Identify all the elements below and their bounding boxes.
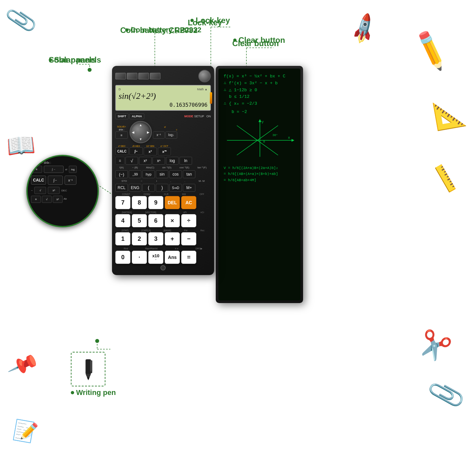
equation-line-2: ∴ f'(x) = 3x² − x + b <box>224 80 295 87</box>
equation-line-4: b ≤ 1/12 <box>229 94 295 100</box>
solar-panels-label-text: Solar panels <box>54 55 101 65</box>
notebook-screen: f(x) = x³ − ½x² + bx + C ∴ f'(x) = 3x² −… <box>218 69 300 300</box>
xm-button[interactable]: xᵐ <box>158 148 171 155</box>
paren-minus-button[interactable]: (−) <box>115 170 128 178</box>
button-4[interactable]: 4 <box>115 214 130 227</box>
pen-box <box>71 352 105 386</box>
setup-label: SETUP <box>194 115 204 118</box>
sin-button[interactable]: sin <box>156 170 168 178</box>
magnified-log-icon: log <box>69 166 77 173</box>
formula-line-3: = h/6[AB+ab+4M] <box>224 177 295 183</box>
formula-line-1: V = h/6[(2A+a)B+(2a+A)b]₂ <box>224 165 295 171</box>
ac-button[interactable]: AC <box>181 196 196 209</box>
writing-pen-container: Writing pen <box>71 352 116 397</box>
svg-rect-27 <box>90 360 92 372</box>
button-2[interactable]: 2 <box>132 232 147 245</box>
equation-line-3: ∴ △ 1−12b ≥ 0 <box>224 87 295 94</box>
equation-line-6: b = −2 <box>232 109 295 116</box>
button-dot[interactable]: · <box>132 251 147 264</box>
display-result: 0.1635706996 <box>119 102 208 108</box>
button-9[interactable]: 9 <box>148 196 163 209</box>
svg-text:0: 0 <box>263 140 265 144</box>
equation-line-1: f(x) = x³ − ½x² + bx + C <box>224 73 295 80</box>
multiply-button[interactable]: × <box>165 214 180 227</box>
equals-button[interactable]: = <box>181 251 196 264</box>
integral-button[interactable]: ∫− <box>129 147 143 155</box>
mplus-button[interactable]: M+ <box>183 184 195 192</box>
rcl-button[interactable]: RCL <box>115 184 128 192</box>
equation-line-5: ∴ { x₀ = −2/3 <box>224 100 295 107</box>
del-button[interactable]: DEL <box>165 196 180 209</box>
x2-button[interactable]: x² <box>139 157 152 165</box>
mode-label: MODE <box>184 115 193 118</box>
plus-button[interactable]: + <box>165 232 180 245</box>
formula-line-2: = h/6[(AB+(A+a)×(B+b)+ab] <box>224 171 295 177</box>
svg-point-28 <box>90 371 92 373</box>
svg-text:30°: 30° <box>272 134 278 137</box>
svg-text:y: y <box>262 120 264 124</box>
sqrt-icon: ≡ <box>115 157 125 165</box>
ans-button[interactable]: Ans <box>165 251 180 264</box>
tan-button[interactable]: tan <box>183 170 195 178</box>
alpha-button[interactable]: ALPHA <box>129 113 144 119</box>
svg-text:x: x <box>288 136 290 140</box>
x-inverse-button[interactable]: x⁻¹ <box>153 131 165 139</box>
solar-panel <box>115 73 160 79</box>
hyp-button[interactable]: hyp <box>142 170 155 178</box>
notebook-panel: f(x) = x³ − ½x² + bx + C ∴ f'(x) = 3x² −… <box>216 66 303 303</box>
sd-button[interactable]: S⇔D <box>169 184 182 192</box>
display-expression: sin(√2+2³) <box>119 91 208 101</box>
navigation-pad[interactable]: ▲ ▼ ◀ ▶ <box>129 121 152 143</box>
calculator-display: D Math ▲ sin(√2+2³) 0.1635706996 <box>115 85 211 111</box>
display-mode-math: Math ▲ <box>197 88 208 91</box>
ln-button[interactable]: ln <box>180 157 192 165</box>
calculator-body: D Math ▲ sin(√2+2³) 0.1635706996 SHIFT A… <box>112 66 214 275</box>
comma-button[interactable]: ,,99 <box>129 170 141 178</box>
button-exp[interactable]: x10ˣ <box>148 251 163 264</box>
open-paren-button[interactable]: ( <box>142 184 155 192</box>
button-1[interactable]: 1 <box>115 232 130 245</box>
button-7[interactable]: 7 <box>115 196 130 209</box>
minus-button[interactable]: − <box>181 232 196 245</box>
sqrt-button[interactable]: √ <box>126 157 138 165</box>
button-5[interactable]: 5 <box>132 214 147 227</box>
svg-rect-24 <box>86 359 91 374</box>
calc-button[interactable]: CALC <box>115 147 128 155</box>
svg-point-0 <box>88 68 92 72</box>
button-3[interactable]: 3 <box>148 232 163 245</box>
eng-button[interactable]: ENG <box>129 184 141 192</box>
x-squared-button[interactable]: x² <box>144 148 157 155</box>
close-paren-button[interactable]: ) <box>156 184 168 192</box>
on-label: ON <box>207 115 211 118</box>
coin-battery-label-text: Coin battery CR2032 <box>130 26 201 34</box>
lock-key-label-text: Lock-key <box>196 16 230 25</box>
button-6[interactable]: 6 <box>148 214 163 227</box>
log-fn-button[interactable]: log <box>166 157 179 165</box>
button-8[interactable]: 8 <box>132 196 147 209</box>
magnified-circle: SOLVE= d/dx : ≡ ∫ − x! log CALC ∫− x⁻¹ −… <box>26 155 99 227</box>
cos-button[interactable]: cos <box>169 170 182 178</box>
xn-button[interactable]: xⁿ <box>153 157 165 165</box>
clear-button-label-text: Clear button <box>238 36 285 45</box>
nav-solve-left[interactable]: ≡ <box>115 131 128 139</box>
magnified-solve-button: ≡ <box>31 166 42 173</box>
divide-button[interactable]: ÷ <box>181 214 196 227</box>
log-button[interactable]: log↓ <box>165 131 177 139</box>
display-mode-d: D <box>119 88 121 91</box>
lock-button[interactable] <box>198 70 211 82</box>
magnified-calc-button: CALC <box>31 176 46 185</box>
svg-marker-26 <box>87 378 90 380</box>
writing-pen-label: Writing pen <box>76 388 116 397</box>
shift-button[interactable]: SHIFT <box>115 113 128 119</box>
svg-point-13 <box>95 339 99 343</box>
button-0[interactable]: 0 <box>115 251 130 264</box>
